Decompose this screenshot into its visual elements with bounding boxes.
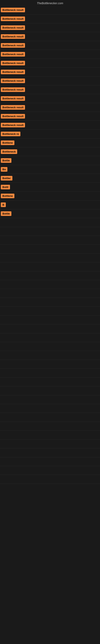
empty-row-24 [0, 431, 100, 440]
result-row-6[interactable]: Bottleneck result [0, 50, 100, 59]
empty-row-8 [0, 289, 100, 298]
empty-row-27 [0, 457, 100, 466]
empty-row-21 [0, 404, 100, 413]
bottleneck-badge-10[interactable]: Bottleneck result [1, 87, 25, 92]
bottleneck-badge-6[interactable]: Bottleneck result [1, 52, 25, 56]
bottleneck-badge-8[interactable]: Bottleneck result [1, 70, 25, 74]
result-row-5[interactable]: Bottleneck result [0, 41, 100, 50]
empty-row-1 [0, 227, 100, 236]
bottleneck-badge-1[interactable]: Bottleneck result [1, 8, 25, 12]
page-wrapper: TheBottlenecker.com Bottleneck resultBot… [0, 0, 100, 484]
empty-row-17 [0, 369, 100, 378]
result-row-4[interactable]: Bottleneck result [0, 32, 100, 41]
bottleneck-badge-14[interactable]: Bottleneck result [1, 123, 25, 128]
bottleneck-badge-11[interactable]: Bottleneck result [1, 96, 25, 101]
empty-row-28 [0, 466, 100, 475]
result-row-18[interactable]: Bottle [0, 156, 100, 165]
bottleneck-badge-4[interactable]: Bottleneck result [1, 34, 25, 39]
bottleneck-badge-23[interactable]: B [1, 202, 6, 207]
empty-row-7 [0, 280, 100, 289]
empty-row-9 [0, 298, 100, 307]
empty-row-14 [0, 342, 100, 351]
bottleneck-badge-21[interactable]: Bottl [1, 185, 10, 190]
empty-row-3 [0, 245, 100, 254]
bottleneck-badge-2[interactable]: Bottleneck result [1, 16, 25, 21]
bottleneck-badge-9[interactable]: Bottleneck result [1, 78, 25, 83]
empty-row-2 [0, 236, 100, 245]
empty-row-19 [0, 386, 100, 395]
empty-row-15 [0, 351, 100, 360]
empty-row-22 [0, 413, 100, 422]
result-row-7[interactable]: Bottleneck result [0, 59, 100, 68]
result-row-15[interactable]: Bottleneck re [0, 130, 100, 138]
bottleneck-badge-18[interactable]: Bottle [1, 158, 11, 163]
empty-row-25 [0, 440, 100, 448]
result-row-10[interactable]: Bottleneck result [0, 85, 100, 94]
bottleneck-badge-13[interactable]: Bottleneck result [1, 114, 25, 118]
result-row-17[interactable]: Bottleneck [0, 147, 100, 156]
bottleneck-badge-19[interactable]: Bo [1, 167, 7, 172]
result-row-20[interactable]: Bottler [0, 174, 100, 183]
empty-row-5 [0, 262, 100, 271]
result-row-2[interactable]: Bottleneck result [0, 14, 100, 23]
empty-row-26 [0, 448, 100, 457]
result-row-19[interactable]: Bo [0, 165, 100, 174]
result-row-9[interactable]: Bottleneck result [0, 76, 100, 85]
result-row-16[interactable]: Bottlene [0, 138, 100, 147]
empty-row-20 [0, 395, 100, 404]
bottleneck-badge-15[interactable]: Bottleneck re [1, 132, 20, 136]
result-row-13[interactable]: Bottleneck result [0, 112, 100, 121]
bottleneck-badge-7[interactable]: Bottleneck result [1, 61, 25, 66]
result-row-1[interactable]: Bottleneck result [0, 6, 100, 14]
result-row-24[interactable]: Bottle [0, 209, 100, 218]
results-list: Bottleneck resultBottleneck resultBottle… [0, 6, 100, 484]
empty-row-13 [0, 333, 100, 342]
bottleneck-badge-22[interactable]: Bottlene [1, 194, 14, 198]
bottleneck-badge-20[interactable]: Bottler [1, 176, 12, 180]
bottleneck-badge-3[interactable]: Bottleneck result [1, 25, 25, 30]
result-row-8[interactable]: Bottleneck result [0, 68, 100, 76]
bottleneck-badge-24[interactable]: Bottle [1, 211, 11, 216]
result-row-11[interactable]: Bottleneck result [0, 94, 100, 103]
empty-row-6 [0, 271, 100, 280]
result-row-14[interactable]: Bottleneck result [0, 121, 100, 130]
empty-row-11 [0, 316, 100, 324]
empty-row-16 [0, 360, 100, 369]
empty-row-10 [0, 307, 100, 316]
result-row-21[interactable]: Bottl [0, 183, 100, 192]
site-title: TheBottlenecker.com [0, 0, 100, 6]
bottleneck-badge-17[interactable]: Bottleneck [1, 149, 17, 154]
result-row-22[interactable]: Bottlene [0, 192, 100, 200]
bottleneck-badge-12[interactable]: Bottleneck result [1, 105, 25, 110]
empty-row-23 [0, 422, 100, 431]
empty-row-4 [0, 254, 100, 262]
empty-row-18 [0, 378, 100, 386]
empty-row-12 [0, 324, 100, 333]
empty-row-29 [0, 475, 100, 484]
bottleneck-badge-5[interactable]: Bottleneck result [1, 43, 25, 48]
empty-row-0 [0, 218, 100, 227]
bottleneck-badge-16[interactable]: Bottlene [1, 140, 14, 145]
result-row-12[interactable]: Bottleneck result [0, 103, 100, 112]
result-row-23[interactable]: B [0, 200, 100, 209]
result-row-3[interactable]: Bottleneck result [0, 23, 100, 32]
